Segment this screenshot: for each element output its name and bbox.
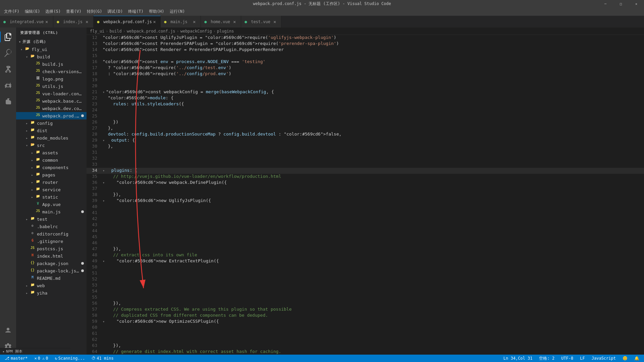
tree-item-fly_ui[interactable]: ▾ 📂 fly_ui <box>16 46 87 53</box>
tab-close-main[interactable]: × <box>191 19 197 25</box>
code-content[interactable] <box>103 162 644 168</box>
tree-item-editorconfig[interactable]: ⚙ editorconfig <box>16 230 87 238</box>
code-content[interactable]: ▾ "color:#569cd6">new webpack.DefinePlug… <box>103 180 644 186</box>
tree-item-components-folder[interactable]: ▸ 📁 components <box>16 164 87 171</box>
code-content[interactable]: ▾ "color:#569cd6">new ExtractTextPlugin(… <box>103 258 644 264</box>
tab-close-home[interactable]: × <box>231 19 237 25</box>
breadcrumb-plugins[interactable]: plugins <box>217 29 234 34</box>
tree-item-gitignore[interactable]: G .gitignore <box>16 238 87 245</box>
tree-item-node-modules[interactable]: ▸ 📁 node_modules <box>16 134 87 142</box>
tree-item-package-json[interactable]: {} package.json <box>16 260 87 267</box>
code-content[interactable] <box>103 113 644 119</box>
tree-item-check-versions[interactable]: JS check-versions.js <box>16 68 87 75</box>
menu-terminal[interactable]: 终端(T) <box>125 8 146 15</box>
fold-icon[interactable]: ▾ <box>103 199 106 203</box>
code-content[interactable] <box>103 325 644 331</box>
activity-git[interactable] <box>0 61 16 77</box>
code-content[interactable] <box>103 337 644 343</box>
code-content[interactable]: // duplicated CSS from different compone… <box>103 313 644 319</box>
breadcrumb-file[interactable]: webpack.prod.conf.js <box>127 29 175 34</box>
tree-item-webpack-base[interactable]: JS webpack.base.conf.js <box>16 97 87 105</box>
code-content[interactable] <box>103 216 644 222</box>
code-content[interactable]: }), <box>103 192 644 198</box>
fold-icon[interactable]: ▾ <box>103 139 106 142</box>
tree-item-vue-loader[interactable]: JS vue-loader.conf.js <box>16 90 87 97</box>
menu-help[interactable]: 帮助(H) <box>146 8 167 15</box>
code-content[interactable]: ▾"color:#569cd6">const webpackConfig = m… <box>103 89 644 95</box>
tree-item-main-js[interactable]: JS main.js <box>16 208 87 215</box>
tree-item-logo[interactable]: 🖼 logo.png <box>16 75 87 83</box>
code-content[interactable]: ▾ "color:#569cd6">new OptimizeCSSPlugin(… <box>103 319 644 325</box>
tree-item-build-js[interactable]: JS build.js <box>16 60 87 68</box>
tree-item-yiha-folder[interactable]: ▸ 📁 yiha <box>16 289 87 297</box>
git-branch[interactable]: ⎇ master* <box>3 355 30 362</box>
code-content[interactable]: ▾ output: { <box>103 138 644 144</box>
activity-debug[interactable] <box>0 77 16 93</box>
encoding[interactable]: UTF-8 <box>559 355 575 362</box>
code-content[interactable] <box>103 282 644 289</box>
notification-icon[interactable]: 🔔 <box>632 355 641 362</box>
code-content[interactable]: "color:#569cd6">const env = process.env.… <box>103 59 644 65</box>
fold-icon[interactable]: ▾ <box>103 169 106 172</box>
tree-item-test-folder[interactable]: ▸ 📁 test <box>16 215 87 223</box>
tree-item-router-folder[interactable]: ▸ 📁 router <box>16 178 87 186</box>
tree-item-dist-folder[interactable]: ▸ 📁 dist <box>16 127 87 134</box>
tab-webpack-prod[interactable]: ● webpack.prod.conf.js × <box>94 16 161 28</box>
fold-icon[interactable]: ▾ <box>103 320 106 323</box>
feedback-icon[interactable]: 😊 <box>621 355 630 362</box>
tree-item-utils[interactable]: JS utils.js <box>16 83 87 90</box>
tree-item-common-folder[interactable]: ▸ 📁 common <box>16 156 87 164</box>
maximize-button[interactable]: □ <box>613 0 629 7</box>
code-content[interactable] <box>103 289 644 295</box>
menu-select[interactable]: 选择(S) <box>43 8 63 15</box>
tree-item-App-vue[interactable]: V App.vue <box>16 201 87 208</box>
minimize-button[interactable]: ─ <box>598 0 613 7</box>
code-content[interactable] <box>103 77 644 83</box>
code-content[interactable] <box>103 240 644 246</box>
tree-item-src-folder[interactable]: ▾ 📂 src <box>16 142 87 149</box>
menu-edit[interactable]: 编辑(E) <box>22 8 43 15</box>
tab-close-integrated[interactable]: × <box>44 19 50 25</box>
code-content[interactable]: }) <box>103 119 644 125</box>
code-content[interactable] <box>103 83 644 89</box>
close-button[interactable]: ✕ <box>629 0 644 7</box>
tree-item-static-folder[interactable]: ▸ 📁 static <box>16 193 87 201</box>
tab-integrated[interactable]: ● integrated.vue × <box>0 16 53 28</box>
root-label[interactable]: ▾ 开源 (己码) <box>16 38 87 46</box>
tree-item-babelrc[interactable]: ⚙ .babelrc <box>16 223 87 230</box>
code-content[interactable]: }), <box>103 343 644 349</box>
scanning-status[interactable]: ↻ Scanning... <box>53 355 87 362</box>
activity-extensions[interactable] <box>0 93 16 109</box>
code-content[interactable]: // generate dist index.html with correct… <box>103 349 644 355</box>
code-content[interactable]: devtool: config.build.productionSourceMa… <box>103 132 644 138</box>
tree-item-config-folder[interactable]: ▸ 📁 config <box>16 119 87 127</box>
code-content[interactable]: }, <box>103 144 644 150</box>
menu-debug[interactable]: 调试(D) <box>105 8 125 15</box>
code-content[interactable]: rules: utils.styleLoaders({ <box>103 101 644 107</box>
code-content[interactable] <box>103 264 644 270</box>
menu-run[interactable]: 运行(N) <box>167 8 188 15</box>
code-content[interactable]: "color:#569cd6">const UglifyJsPlugin = "… <box>103 35 644 41</box>
code-content[interactable]: "color:#569cd6">const Renderer = Prerend… <box>103 47 644 53</box>
tab-test[interactable]: ● test.vue × <box>241 16 281 28</box>
code-content[interactable]: // Compress extracted CSS. We are using … <box>103 307 644 313</box>
code-content[interactable]: "color:#569cd6">module: { <box>103 95 644 101</box>
code-content[interactable] <box>103 222 644 228</box>
tree-item-webpack-prod[interactable]: JS webpack.prod.conf.js <box>16 112 87 119</box>
code-content[interactable]: ▾ plugins: [ <box>103 168 644 174</box>
tree-item-index-html[interactable]: H index.html <box>16 252 87 260</box>
code-content[interactable]: }), <box>103 246 644 252</box>
tab-main[interactable]: ● main.js × <box>161 16 201 28</box>
code-content[interactable] <box>103 234 644 240</box>
tree-item-package-lock[interactable]: {} package-lock.json <box>16 267 87 274</box>
code-content[interactable] <box>103 228 644 234</box>
code-content[interactable] <box>103 53 644 59</box>
code-content[interactable]: }, <box>103 125 644 132</box>
tree-item-postcssrc[interactable]: JS postcss.js <box>16 245 87 252</box>
menu-goto[interactable]: 转到(G) <box>84 8 105 15</box>
code-content[interactable] <box>103 107 644 113</box>
npm-scripts-panel[interactable]: ▸ NPM 脚本 <box>16 348 70 355</box>
code-content[interactable] <box>103 331 644 337</box>
line-ending[interactable]: LF <box>578 355 587 362</box>
tree-item-web-folder[interactable]: ▸ 📁 web <box>16 282 87 289</box>
